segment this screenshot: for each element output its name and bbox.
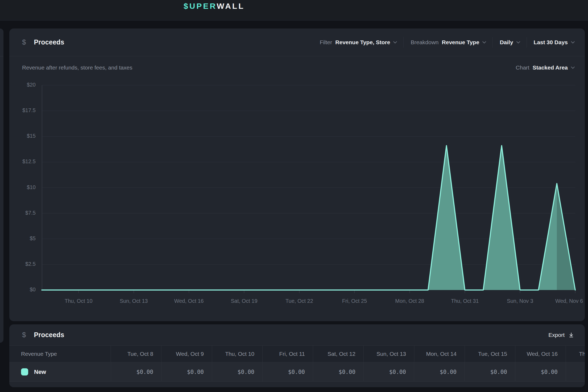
top-navigation-bar: $UPERWALL [0, 0, 588, 21]
column-header-date: Thu, Oct 17 [566, 346, 585, 362]
proceeds-table: Revenue TypeTue, Oct 8Wed, Oct 9Thu, Oct… [9, 345, 585, 387]
chart-type-value: Stacked Area [533, 64, 568, 71]
table-card-header: $ Proceeds Export [9, 324, 585, 345]
value-cell: $0.00 [515, 362, 566, 381]
interval-dropdown[interactable]: Daily [500, 39, 519, 46]
value-cell: $0.00 [465, 362, 515, 381]
chart-subtitle: Revenue after refunds, store fees, and t… [22, 64, 132, 71]
export-button[interactable]: Export [548, 332, 574, 338]
value-cell: $0.00 [363, 362, 414, 381]
chevron-down-icon [393, 40, 397, 43]
column-header-date: Mon, Oct 14 [414, 346, 465, 362]
breakdown-dropdown[interactable]: Breakdown Revenue Type [411, 39, 486, 46]
proceeds-chart-card: $ Proceeds Filter Revenue Type, Store Br… [9, 28, 585, 321]
table-header-row: Revenue TypeTue, Oct 8Wed, Oct 9Thu, Oct… [9, 345, 585, 362]
value-cell: $0.00 [566, 362, 585, 381]
y-axis-tick-label: $2.5 [25, 261, 36, 267]
column-header-date: Wed, Oct 16 [515, 346, 566, 362]
filter-value: Revenue Type, Store [335, 39, 390, 46]
date-range-dropdown[interactable]: Last 30 Days [534, 39, 574, 46]
logo-rest-text: WALL [217, 2, 245, 10]
dollar-icon: $ [22, 331, 26, 339]
y-axis-tick-label: $0 [30, 287, 36, 293]
column-header-date: Fri, Oct 11 [262, 346, 313, 362]
chart-card-header: $ Proceeds Filter Revenue Type, Store Br… [9, 28, 585, 56]
proceeds-table-card: $ Proceeds Export Revenue TypeTue, Oct 8… [9, 324, 585, 387]
column-header-date: Sat, Oct 12 [313, 346, 363, 362]
interval-value: Daily [500, 39, 513, 46]
breakdown-value: Revenue Type [442, 39, 479, 46]
dollar-icon: $ [22, 38, 26, 46]
y-axis-tick-label: $7.5 [25, 210, 36, 216]
logo-accent-text: $UPER [184, 2, 217, 10]
table-row: New$0.00$0.00$0.00$0.00$0.00$0.00$0.00$0… [9, 362, 585, 381]
page-title: Proceeds [34, 38, 64, 46]
filter-label: Filter [320, 39, 332, 46]
y-axis-tick-label: $10 [27, 184, 36, 190]
series-color-swatch [21, 368, 28, 375]
column-header-date: Wed, Oct 9 [161, 346, 212, 362]
divider [492, 37, 493, 48]
revenue-type-cell: New [9, 362, 111, 381]
y-axis-tick-label: $20 [27, 82, 36, 88]
offscreen-card-divider [0, 56, 3, 56]
column-header-date: Thu, Oct 10 [212, 346, 262, 362]
y-axis-tick-label: $15 [27, 133, 36, 139]
x-axis-tick-label: Tue, Oct 22 [285, 298, 313, 304]
x-axis-tick-label: Wed, Oct 16 [174, 298, 204, 304]
x-axis-tick-label: Thu, Oct 10 [65, 298, 93, 304]
chevron-down-icon [571, 40, 575, 43]
breakdown-label: Breakdown [411, 39, 438, 46]
value-cell: $0.00 [161, 362, 212, 381]
value-cell: $0.00 [414, 362, 465, 381]
chevron-down-icon [571, 65, 575, 69]
date-range-value: Last 30 Days [534, 39, 568, 46]
offscreen-left-card [0, 28, 3, 343]
table-title: Proceeds [34, 331, 64, 339]
superwall-logo[interactable]: $UPERWALL [184, 2, 245, 11]
divider [527, 37, 527, 48]
value-cell: $0.00 [111, 362, 161, 381]
chart-type-label: Chart [516, 64, 529, 71]
stacked-area-chart [42, 85, 575, 296]
chart-controls: Filter Revenue Type, Store Breakdown Rev… [320, 37, 574, 48]
column-header-date: Tue, Oct 15 [465, 346, 515, 362]
value-cell: $0.00 [313, 362, 363, 381]
chevron-down-icon [482, 40, 486, 43]
y-axis-tick-label: $12.5 [22, 158, 36, 165]
chart-subtitle-row: Revenue after refunds, store fees, and t… [9, 56, 585, 79]
y-axis-tick-label: $5 [30, 235, 36, 242]
export-label: Export [548, 332, 565, 338]
x-axis-labels: Thu, Oct 10Sun, Oct 13Wed, Oct 16Sat, Oc… [42, 298, 575, 306]
value-cell: $0.00 [212, 362, 262, 381]
x-axis-tick-label: Sun, Nov 3 [507, 298, 533, 304]
x-axis-tick-label: Sat, Oct 19 [231, 298, 257, 304]
table-bottom-strip [9, 381, 585, 387]
value-cell: $0.00 [262, 362, 313, 381]
x-axis-tick-label: Thu, Oct 31 [451, 298, 479, 304]
divider [403, 37, 404, 48]
filter-dropdown[interactable]: Filter Revenue Type, Store [320, 39, 397, 46]
x-axis-tick-label: Fri, Oct 25 [342, 298, 367, 304]
column-header-date: Sun, Oct 13 [363, 346, 414, 362]
chart-type-dropdown[interactable]: Chart Stacked Area [516, 64, 574, 71]
download-icon [568, 332, 574, 338]
x-axis-tick-label: Sun, Oct 13 [120, 298, 148, 304]
x-axis-tick-label: Wed, Nov 6 [555, 298, 583, 304]
column-header-revenue-type: Revenue Type [9, 346, 111, 362]
y-axis-labels: $0$2.5$5$7.5$10$12.5$15$17.5$20 [9, 85, 36, 290]
series-label: New [34, 369, 46, 375]
column-header-date: Tue, Oct 8 [111, 346, 161, 362]
chevron-down-icon [516, 40, 520, 43]
x-axis-tick-label: Mon, Oct 28 [395, 298, 424, 304]
y-axis-tick-label: $17.5 [22, 107, 36, 113]
